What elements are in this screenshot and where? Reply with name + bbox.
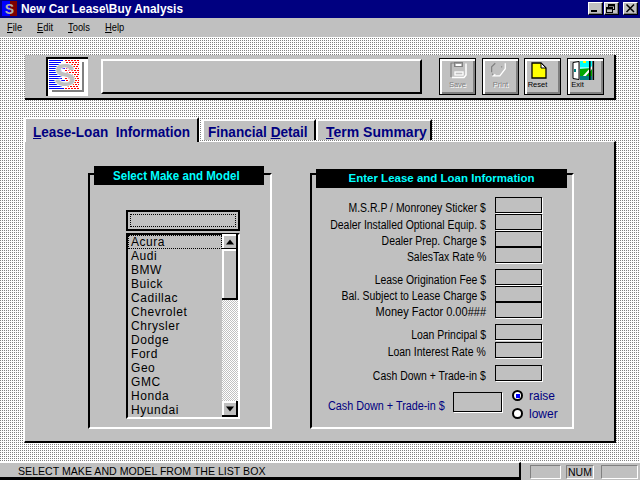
svg-text:S: S xyxy=(5,1,14,16)
svg-text:S: S xyxy=(54,59,75,93)
